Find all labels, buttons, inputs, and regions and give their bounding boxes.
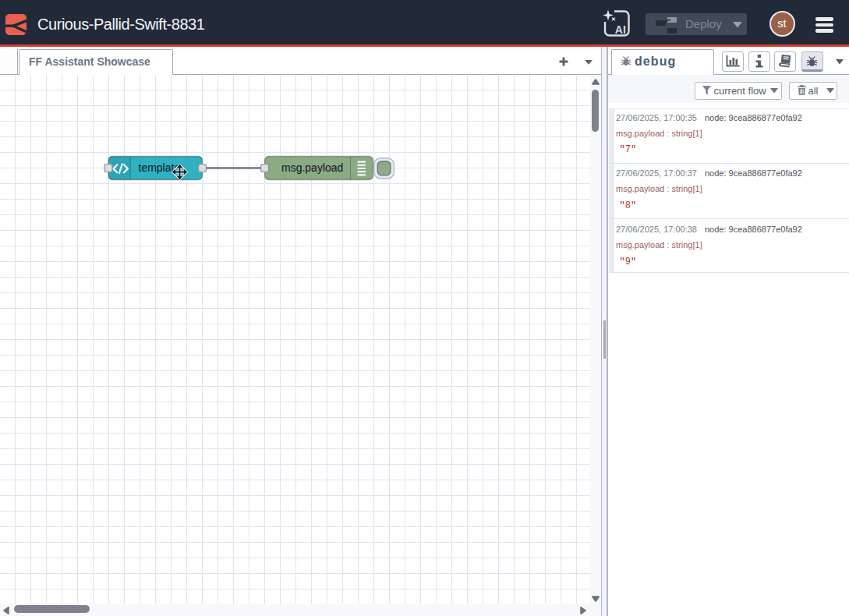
- svg-text:AI: AI: [615, 23, 626, 36]
- svg-text:msg.payload: msg.payload: [281, 161, 343, 174]
